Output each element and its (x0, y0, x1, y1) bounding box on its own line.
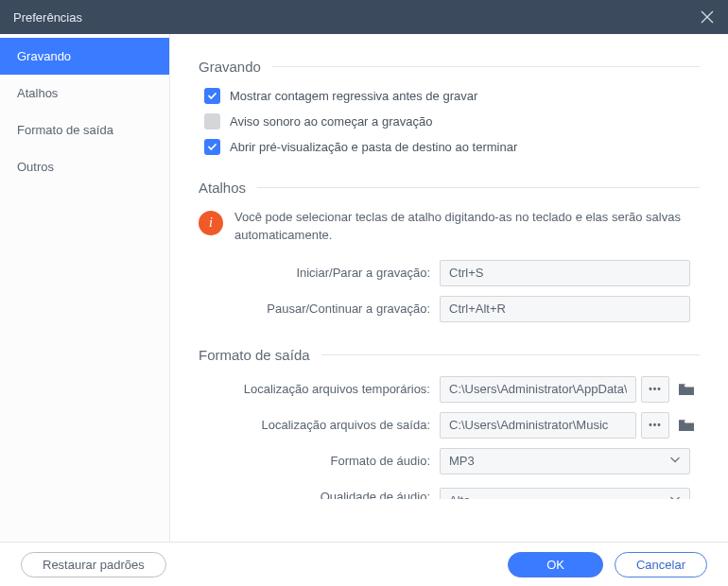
info-row: i Você pode selecionar teclas de atalho … (199, 209, 700, 245)
checkbox-icon[interactable] (204, 139, 220, 155)
section-title-gravando: Gravando (199, 59, 700, 75)
select-value: Alta (449, 493, 470, 499)
chevron-down-icon (668, 453, 682, 469)
checkbox-label: Aviso sonoro ao começar a gravação (230, 114, 432, 129)
browse-button[interactable]: ••• (641, 412, 669, 439)
sidebar-item-formato[interactable]: Formato de saída (0, 112, 169, 148)
info-text: Você pode selecionar teclas de atalho di… (234, 209, 700, 245)
select-value: MP3 (449, 454, 475, 468)
divider (272, 66, 700, 67)
section-title-text: Formato de saída (199, 347, 310, 363)
cancel-button[interactable]: Cancelar (615, 552, 707, 577)
shortcut-input-start[interactable] (440, 260, 690, 286)
section-title-text: Gravando (199, 59, 261, 75)
field-label: Qualidade de áudio: (199, 493, 440, 499)
shortcut-label: Pausar/Continuar a gravação: (199, 302, 440, 316)
audio-quality-select[interactable]: Alta (440, 488, 690, 499)
field-label: Localização arquivos temporários: (199, 382, 440, 396)
window-title: Preferências (13, 10, 82, 25)
checkbox-label: Mostrar contagem regressiva antes de gra… (230, 89, 477, 103)
sidebar-item-gravando[interactable]: Gravando (0, 38, 169, 75)
section-title-atalhos: Atalhos (199, 180, 700, 196)
sidebar-item-outros[interactable]: Outros (0, 148, 169, 185)
section-title-output: Formato de saída (199, 347, 700, 363)
ok-button[interactable]: OK (508, 552, 603, 577)
browse-button[interactable]: ••• (641, 376, 669, 403)
sidebar-item-atalhos[interactable]: Atalhos (0, 75, 169, 112)
shortcut-input-pause[interactable] (440, 296, 690, 322)
checkbox-row-preview[interactable]: Abrir pré-visualização e pasta de destin… (204, 139, 700, 155)
chevron-down-icon (668, 492, 682, 499)
titlebar: Preferências (0, 0, 728, 34)
restore-defaults-button[interactable]: Restaurar padrões (21, 552, 166, 577)
audio-format-select[interactable]: MP3 (440, 448, 690, 474)
footer: Restaurar padrões OK Cancelar (0, 543, 728, 586)
folder-icon[interactable] (675, 412, 698, 439)
shortcut-label: Iniciar/Parar a gravação: (199, 266, 440, 280)
output-row-audio-format: Formato de áudio: MP3 (199, 448, 700, 474)
output-row-out: Localização arquivos de saída: ••• (199, 412, 700, 439)
checkbox-row-beep[interactable]: Aviso sonoro ao começar a gravação (204, 113, 700, 129)
content-pane: Gravando Mostrar contagem regressiva ant… (170, 34, 728, 542)
section-title-text: Atalhos (199, 180, 246, 196)
output-row-temp: Localização arquivos temporários: ••• (199, 376, 700, 403)
temp-path-input[interactable] (440, 376, 636, 403)
shortcut-row-start: Iniciar/Parar a gravação: (199, 260, 700, 286)
divider (257, 187, 700, 188)
checkbox-label: Abrir pré-visualização e pasta de destin… (230, 140, 517, 154)
field-label: Formato de áudio: (199, 454, 440, 468)
field-label: Localização arquivos de saída: (199, 418, 440, 432)
checkbox-icon[interactable] (204, 113, 220, 129)
out-path-input[interactable] (440, 412, 636, 439)
checkbox-icon[interactable] (204, 88, 220, 104)
output-row-audio-quality: Qualidade de áudio: Alta (199, 484, 700, 499)
divider (321, 354, 700, 355)
shortcut-row-pause: Pausar/Continuar a gravação: (199, 296, 700, 322)
close-icon[interactable] (700, 9, 715, 25)
sidebar: Gravando Atalhos Formato de saída Outros (0, 34, 170, 542)
checkbox-row-countdown[interactable]: Mostrar contagem regressiva antes de gra… (204, 88, 700, 104)
info-icon: i (199, 211, 223, 235)
folder-icon[interactable] (675, 376, 698, 403)
